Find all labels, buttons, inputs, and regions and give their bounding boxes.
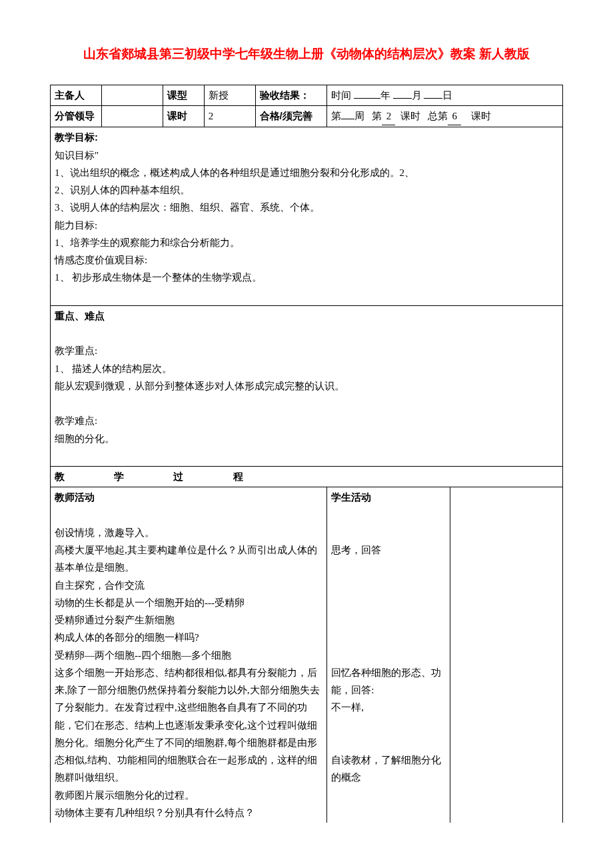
- teacher-activity-cell: 教师活动 创设情境，激趣导入。 高楼大厦平地起,其主要构建单位是什么？从而引出成…: [51, 487, 327, 823]
- student-s3: 不一样,: [331, 699, 446, 716]
- teacher-p9: 教师图片展示细胞分化的过程。: [55, 787, 322, 804]
- week-suffix: 周: [354, 111, 364, 121]
- objectives-row: 教学目标: 知识目标" 1、说出组织的概念，概述构成人体的各种组织是通过细胞分裂…: [51, 127, 563, 306]
- teacher-p5: 受精卵通过分裂产生新细胞: [55, 611, 322, 629]
- total-value: 6: [448, 107, 461, 125]
- extra-column-cell: [450, 487, 562, 823]
- blank-year: [354, 98, 380, 99]
- objectives-l3: 3、说明人体的结构层次：细胞、组织、器官、系统、个体。: [55, 199, 558, 216]
- objectives-cell: 教学目标: 知识目标" 1、说出组织的概念，概述构成人体的各种组织是通过细胞分裂…: [51, 127, 563, 306]
- keypoints-heading: 重点、难点: [55, 307, 558, 325]
- document-title: 山东省郯城县第三初级中学七年级生物上册《动物体的结构层次》教案 新人教版: [50, 40, 563, 68]
- blank-day: [424, 98, 442, 99]
- objectives-l4: 1、培养学生的观察能力和综合分析能力。: [55, 234, 558, 251]
- header-row-1: 主备人 课型 新授 验收结果： 第 时间 年 月 日: [51, 85, 563, 105]
- student-s4: 自读教材，了解细胞分化的概念: [331, 751, 446, 787]
- process-h-c: 过: [173, 471, 183, 482]
- label-pass: 合格/须完善: [255, 106, 327, 127]
- time-word: 时间: [331, 90, 351, 101]
- keypoints-sub2: 教学难点:: [55, 412, 558, 429]
- objectives-sub1: 知识目标": [55, 147, 558, 164]
- teacher-p6: 构成人体的各部分的细胞一样吗?: [55, 629, 322, 646]
- process-h-b: 学: [114, 471, 124, 482]
- student-s2: 回忆各种细胞的形态、功能，回答:: [331, 664, 446, 699]
- value-time: 第 时间 年 月 日: [327, 85, 563, 105]
- value-periods: 2: [204, 106, 255, 127]
- month-suffix: 月: [412, 90, 422, 101]
- keypoints-cell: 重点、难点 教学重点: 1、 描述人体的结构层次。 能从宏观到微观，从部分到整体…: [51, 305, 563, 466]
- total-prefix: 总第: [428, 111, 448, 121]
- objectives-sub2: 能力目标:: [55, 217, 558, 234]
- process-subheading-row: 教师活动 创设情境，激趣导入。 高楼大厦平地起,其主要构建单位是什么？从而引出成…: [51, 487, 563, 823]
- objectives-heading: 教学目标:: [55, 129, 558, 146]
- label-periods: 课时: [163, 106, 205, 127]
- total-suffix: 课时: [471, 111, 491, 121]
- objectives-sub3: 情感态度价值观目标:: [55, 251, 558, 269]
- period-prefix: 第: [372, 111, 382, 121]
- objectives-l2: 2、识别人体的四种基本组织。: [55, 181, 558, 199]
- student-activity-heading: 学生活动: [331, 489, 446, 506]
- value-preparer: [101, 85, 163, 105]
- teacher-p2: 高楼大厦平地起,其主要构建单位是什么？从而引出成人体的基本单位是细胞。: [55, 541, 322, 577]
- student-activity-cell: 学生活动 思考，回答 回忆各种细胞的形态、功能，回答: 不一样, 自读教材，了解…: [327, 487, 450, 823]
- blank-month: [393, 98, 412, 99]
- label-leader: 分管领导: [51, 106, 102, 127]
- teacher-p3: 自主探究，合作交流: [55, 577, 322, 594]
- teacher-p10: 动物体主要有几种组织？分别具有什么特点？: [55, 804, 322, 821]
- lesson-plan-table: 主备人 课型 新授 验收结果： 第 时间 年 月 日 分管领导 课时 2 合格/…: [50, 85, 563, 823]
- process-heading: 教 学 过 程: [51, 467, 563, 487]
- year-suffix: 年: [380, 90, 390, 101]
- value-leader: [101, 106, 163, 127]
- week-prefix: 第: [331, 111, 341, 121]
- teacher-p8: 这多个细胞一开始形态、结构都很相似,都具有分裂能力，后来,除了一部分细胞仍然保持…: [55, 664, 322, 787]
- keypoints-l2: 能从宏观到微观，从部分到整体逐步对人体形成完成完整的认识。: [55, 377, 558, 395]
- value-lesson-type: 新授: [204, 85, 255, 105]
- teacher-p4: 动物的生长都是从一个细胞开始的---受精卵: [55, 594, 322, 611]
- process-h-a: 教: [55, 471, 65, 482]
- label-lesson-type: 课型: [163, 85, 205, 105]
- label-preparer: 主备人: [51, 85, 102, 105]
- blank-week: [341, 119, 354, 119]
- keypoints-l1: 1、 描述人体的结构层次。: [55, 360, 558, 377]
- keypoints-row: 重点、难点 教学重点: 1、 描述人体的结构层次。 能从宏观到微观，从部分到整体…: [51, 305, 563, 466]
- objectives-l5: 1、 初步形成生物体是一个整体的生物学观点。: [55, 269, 558, 286]
- keypoints-sub1: 教学重点:: [55, 342, 558, 359]
- process-heading-row: 教 学 过 程: [51, 467, 563, 487]
- process-h-d: 程: [233, 471, 243, 482]
- period-suffix: 课时: [400, 111, 420, 121]
- day-suffix: 日: [442, 90, 452, 101]
- label-check-result: 验收结果：: [255, 85, 327, 105]
- period-value: 2: [382, 107, 395, 125]
- header-row-2: 分管领导 课时 2 合格/须完善 第周 第2 课时 总第6 课时: [51, 106, 563, 127]
- student-s1: 思考，回答: [331, 541, 446, 559]
- objectives-l1: 1、说出组织的概念，概述构成人体的各种组织是通过细胞分裂和分化形成的。2、: [55, 164, 558, 181]
- teacher-activity-heading: 教师活动: [55, 489, 322, 506]
- value-week-period: 第周 第2 课时 总第6 课时: [327, 106, 563, 127]
- teacher-p7: 受精卵—两个细胞--四个细胞—多个细胞: [55, 647, 322, 664]
- keypoints-l3: 细胞的分化。: [55, 430, 558, 447]
- teacher-p1: 创设情境，激趣导入。: [55, 524, 322, 541]
